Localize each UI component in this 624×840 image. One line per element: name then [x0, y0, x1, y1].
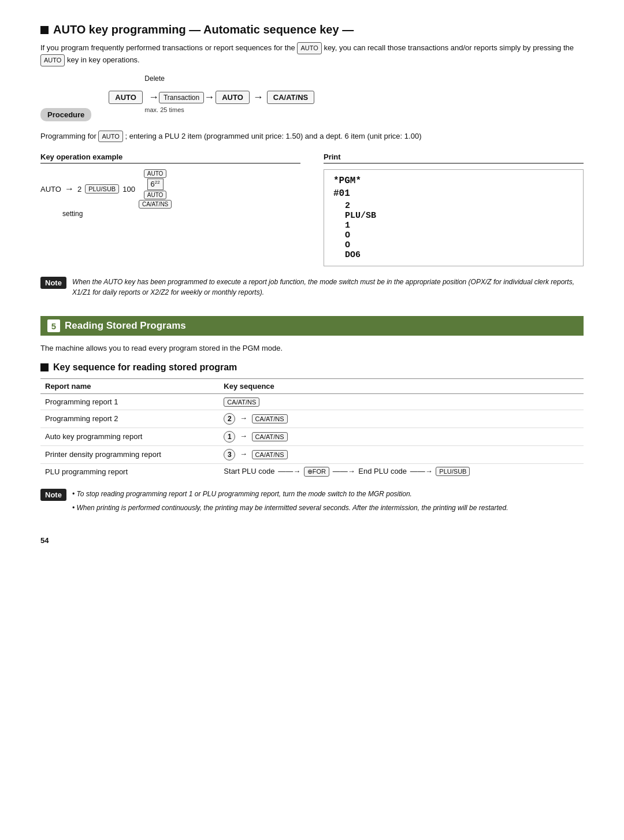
- print-line3: 2: [345, 201, 574, 211]
- black-square-icon: [40, 26, 49, 34]
- auto-key-inline-1: AUTO: [297, 42, 321, 54]
- ca-at-ns-r4: CA/AT/NS: [252, 450, 288, 459]
- auto-note-text: When the AUTO key has been programmed to…: [72, 277, 584, 298]
- col-key-sequence: Key sequence: [219, 378, 584, 393]
- setting-label: setting: [62, 210, 300, 218]
- max-label: max. 25 times: [144, 106, 184, 113]
- auto-key-diag-2: AUTO: [216, 91, 250, 104]
- key-seq-table: Report name Key sequence Programming rep…: [40, 378, 584, 480]
- print-line6: O: [345, 231, 574, 240]
- print-line4: PLU/SB: [345, 211, 574, 221]
- ca-at-ns-key-diag: CA/AT/NS: [267, 91, 314, 104]
- ca-at-ns-r2: CA/AT/NS: [252, 414, 288, 423]
- key-op-header: Key operation example: [40, 153, 300, 163]
- report-name-1: Programming report 1: [40, 393, 219, 410]
- programming-note: Programming for AUTO ; entering a PLU 2 …: [40, 131, 584, 143]
- table-row: Programming report 2 2 → CA/AT/NS: [40, 410, 584, 428]
- plu-sub-key-r5: PLU/SUB: [436, 467, 470, 476]
- reading-section-bar: 5 Reading Stored Programs: [40, 316, 584, 336]
- circle-2: 2: [224, 413, 235, 425]
- print-line8: DO6: [345, 250, 574, 260]
- key-seq-3: 1 → CA/AT/NS: [219, 428, 584, 445]
- print-col: Print *PGM* #01 2 PLU/SB 1 O O DO6: [324, 153, 584, 266]
- for-key: ⊕FOR: [304, 467, 329, 477]
- col-report-name: Report name: [40, 378, 219, 393]
- reading-note-bullet-1: • To stop reading programming report 1 o…: [72, 489, 508, 499]
- pgm-title: *PGM*: [333, 176, 574, 186]
- print-header: Print: [324, 153, 584, 163]
- report-name-4: Printer density programming report: [40, 445, 219, 463]
- key-op-col: Key operation example AUTO → 2 PLU/SUB 1…: [40, 153, 300, 217]
- diagram-row: AUTO → Transaction → AUTO → CA/AT/NS: [109, 91, 314, 104]
- reading-note-content: • To stop reading programming report 1 o…: [72, 489, 508, 513]
- key-seq-subtitle: Key sequence for reading stored program: [40, 362, 584, 373]
- auto-intro-text: If you program frequently performed tran…: [40, 42, 584, 66]
- table-row: Auto key programming report 1 → CA/AT/NS: [40, 428, 584, 445]
- page-number: 54: [40, 536, 584, 545]
- key-seq-5: Start PLU code ——→ ⊕FOR ——→ End PLU code…: [219, 463, 584, 480]
- auto-key-inline-2: AUTO: [40, 54, 65, 66]
- key-seq-4: 3 → CA/AT/NS: [219, 445, 584, 463]
- reading-section: 5 Reading Stored Programs The machine al…: [40, 316, 584, 512]
- procedure-diagram: Delete AUTO → Transaction → AUTO → C: [109, 75, 314, 113]
- key-op-row: AUTO → 2 PLU/SUB 100 AUTO 622 AUTO CA/AT…: [40, 169, 300, 208]
- ca-at-ns-r1: CA/AT/NS: [224, 397, 259, 407]
- ca-at-ns-r3: CA/AT/NS: [252, 432, 288, 441]
- report-name-5: PLU programming report: [40, 463, 219, 480]
- reading-note-box: Note • To stop reading programming repor…: [40, 489, 584, 513]
- key-seq-2: 2 → CA/AT/NS: [219, 410, 584, 428]
- report-name-3: Auto key programming report: [40, 428, 219, 445]
- report-name-2: Programming report 2: [40, 410, 219, 428]
- stacked-key-6: AUTO 622 AUTO CA/AT/NS: [139, 169, 172, 208]
- auto-key-prog: AUTO: [98, 131, 122, 143]
- circle-3: 3: [224, 449, 235, 460]
- table-row: Programming report 1 CA/AT/NS: [40, 393, 584, 410]
- print-box: *PGM* #01 2 PLU/SB 1 O O DO6: [324, 169, 584, 266]
- auto-note-label: Note: [40, 277, 66, 289]
- print-line5: 1: [345, 221, 574, 231]
- auto-note-box: Note When the AUTO key has been programm…: [40, 277, 584, 298]
- section-num: 5: [47, 319, 60, 332]
- plusub-key-op: PLU/SUB: [85, 184, 119, 194]
- reading-note-label: Note: [40, 489, 66, 501]
- key-seq-1: CA/AT/NS: [219, 393, 584, 410]
- example-section: Key operation example AUTO → 2 PLU/SUB 1…: [40, 153, 584, 266]
- print-line7: O: [345, 240, 574, 250]
- delete-label: Delete: [144, 75, 165, 83]
- auto-section-title: AUTO key programming — Automatic sequenc…: [40, 23, 584, 36]
- circle-1: 1: [224, 431, 235, 443]
- reading-note-bullet-2: • When printing is performed continuousl…: [72, 503, 508, 513]
- reading-intro: The machine allows you to read every pro…: [40, 343, 584, 354]
- print-line2: #01: [333, 188, 574, 199]
- auto-section: AUTO key programming — Automatic sequenc…: [40, 23, 584, 298]
- black-square-icon-2: [40, 363, 49, 371]
- procedure-label: Procedure: [40, 108, 91, 121]
- table-row: PLU programming report Start PLU code ——…: [40, 463, 584, 480]
- auto-key-diag-1: AUTO: [109, 91, 143, 104]
- transaction-key: Transaction: [159, 92, 204, 103]
- table-row: Printer density programming report 3 → C…: [40, 445, 584, 463]
